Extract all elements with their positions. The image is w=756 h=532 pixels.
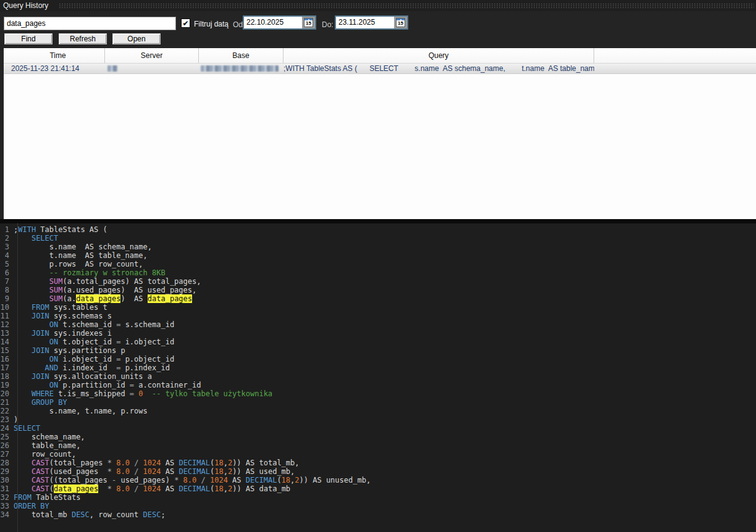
code-line: 7 SUM(a.total_pages) AS total_pages, <box>0 277 756 286</box>
code-line: 1;WITH TableStats AS ( <box>0 225 756 234</box>
panel-title: Query History <box>0 1 48 10</box>
line-number: 4 <box>0 251 14 260</box>
date-from-value[interactable]: 22.10.2025 <box>244 17 302 28</box>
calendar-icon: 15 <box>396 18 405 27</box>
row-query-cell: ;WITH TableStats AS ( SELECT s.name AS s… <box>284 64 594 73</box>
line-number: 10 <box>0 303 14 312</box>
history-table-header: Time Server Base Query <box>4 48 756 64</box>
line-number: 18 <box>0 372 14 381</box>
code-line: 16 ON i.object_id = p.object_id <box>0 355 756 364</box>
sql-editor[interactable]: 1;WITH TableStats AS (2 SELECT3 s.name A… <box>0 223 756 532</box>
code-line: 6 -- rozmiary w stronach 8KB <box>0 268 756 277</box>
line-number: 16 <box>0 355 14 364</box>
search-input[interactable] <box>4 17 176 30</box>
code-line: 34 total_mb DESC, row_count DESC; <box>0 510 756 519</box>
checkmark-icon: ✔ <box>182 20 188 27</box>
code-line: 22 s.name, t.name, p.rows <box>0 407 756 415</box>
line-number: 12 <box>0 320 14 329</box>
date-to-label: Do: <box>322 20 334 29</box>
code-lines: 1;WITH TableStats AS (2 SELECT3 s.name A… <box>0 225 756 519</box>
line-number: 8 <box>0 286 14 294</box>
redacted-server-blur <box>107 65 117 72</box>
line-number: 19 <box>0 381 14 389</box>
line-number: 23 <box>0 415 14 424</box>
code-line: 3 s.name AS schema_name, <box>0 243 756 251</box>
panel-titlebar[interactable]: Query History <box>0 0 756 11</box>
code-line: 26 table_name, <box>0 441 756 450</box>
line-number: 21 <box>0 398 14 407</box>
date-to-calendar-button[interactable]: 15 <box>394 17 407 28</box>
line-number: 29 <box>0 467 14 476</box>
code-line: 9 SUM(a.data_pages) AS data_pages <box>0 294 756 303</box>
code-line: 27 row_count, <box>0 450 756 459</box>
code-line: 13 JOIN sys.indexes i <box>0 329 756 338</box>
calendar-icon: 15 <box>304 18 313 27</box>
titlebar-grip-dots <box>59 3 754 9</box>
find-button[interactable]: Find <box>4 33 52 44</box>
line-number: 33 <box>0 502 14 510</box>
gutter-separator <box>17 223 18 532</box>
row-time-cell: 2025-11-23 21:41:14 <box>4 64 105 73</box>
code-line: 25 schema_name, <box>0 433 756 441</box>
date-to-value[interactable]: 23.11.2025 <box>336 17 394 28</box>
redacted-base-blur <box>201 65 279 72</box>
code-line: 30 CAST((total_pages - used_pages) * 8.0… <box>0 476 756 484</box>
line-number: 24 <box>0 424 14 433</box>
code-line: 31 CAST(data_pages * 8.0 / 1024 AS DECIM… <box>0 484 756 493</box>
row-filler-cell <box>594 64 756 73</box>
column-header-server[interactable]: Server <box>105 48 199 63</box>
line-number: 30 <box>0 476 14 484</box>
filter-date-label: Filtruj datą <box>194 20 229 28</box>
line-number: 34 <box>0 510 14 519</box>
line-number: 7 <box>0 277 14 286</box>
code-line: 23) <box>0 415 756 424</box>
line-number: 5 <box>0 260 14 268</box>
line-number: 32 <box>0 493 14 502</box>
column-header-base[interactable]: Base <box>199 48 284 63</box>
line-number: 13 <box>0 329 14 338</box>
line-number: 28 <box>0 459 14 467</box>
line-number: 1 <box>0 225 14 234</box>
line-number: 9 <box>0 294 14 303</box>
column-header-time[interactable]: Time <box>4 48 105 63</box>
code-line: 15 JOIN sys.partitions p <box>0 346 756 355</box>
refresh-button[interactable]: Refresh <box>59 33 107 44</box>
panel-splitter[interactable] <box>0 219 756 223</box>
code-line: 10 FROM sys.tables t <box>0 303 756 312</box>
line-number: 25 <box>0 433 14 441</box>
open-button[interactable]: Open <box>112 33 161 44</box>
line-number: 31 <box>0 484 14 493</box>
code-line: 12 ON t.schema_id = s.schema_id <box>0 320 756 329</box>
code-line: 32FROM TableStats <box>0 493 756 502</box>
code-line: 28 CAST(total_pages * 8.0 / 1024 AS DECI… <box>0 459 756 467</box>
line-number: 2 <box>0 234 14 243</box>
row-base-cell <box>199 64 284 73</box>
line-number: 22 <box>0 407 14 415</box>
line-number: 27 <box>0 450 14 459</box>
column-header-query[interactable]: Query <box>284 48 594 63</box>
line-number: 3 <box>0 243 14 251</box>
code-line: 19 ON p.partition_id = a.container_id <box>0 381 756 389</box>
line-number: 17 <box>0 364 14 372</box>
code-line: 24SELECT <box>0 424 756 433</box>
date-from-calendar-button[interactable]: 15 <box>302 17 315 28</box>
line-number: 20 <box>0 389 14 398</box>
line-number: 15 <box>0 346 14 355</box>
column-header-filler <box>594 48 756 63</box>
code-line: 14 ON t.object_id = i.object_id <box>0 338 756 346</box>
line-number: 6 <box>0 268 14 277</box>
date-to-picker[interactable]: 23.11.2025 15 <box>335 15 408 30</box>
code-line: 33ORDER BY <box>0 502 756 510</box>
history-row[interactable]: 2025-11-23 21:41:14 ;WITH TableStats AS … <box>4 64 756 74</box>
code-line: 8 SUM(a.used_pages) AS used_pages, <box>0 286 756 294</box>
code-line: 29 CAST(used_pages * 8.0 / 1024 AS DECIM… <box>0 467 756 476</box>
query-history-panel: Query History ✔ Filtruj datą Od: 22.10.2… <box>0 0 756 532</box>
line-number: 11 <box>0 312 14 320</box>
date-from-picker[interactable]: 22.10.2025 15 <box>243 15 316 30</box>
code-line: 11 JOIN sys.schemas s <box>0 312 756 320</box>
code-line: 17 AND i.index_id = p.index_id <box>0 364 756 372</box>
row-server-cell <box>105 64 199 73</box>
code-line: 20 WHERE t.is_ms_shipped = 0 -- tylko ta… <box>0 389 756 398</box>
filter-date-checkbox[interactable]: ✔ <box>181 19 190 28</box>
code-line: 2 SELECT <box>0 234 756 243</box>
